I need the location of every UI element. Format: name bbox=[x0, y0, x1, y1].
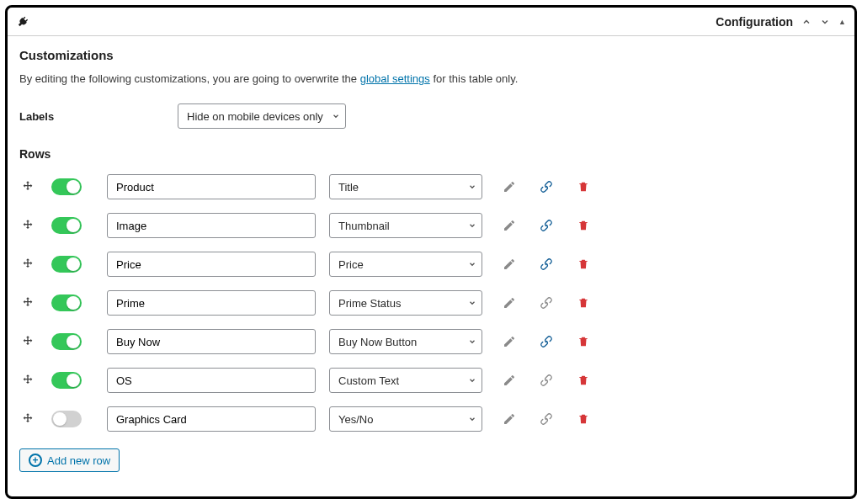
labels-select[interactable]: Hide on mobile devices only bbox=[178, 103, 346, 129]
labels-row: Labels Hide on mobile devices only bbox=[19, 103, 843, 129]
row-type-select[interactable]: Price bbox=[329, 252, 482, 277]
chevron-down-icon bbox=[468, 299, 476, 307]
plug-icon bbox=[16, 15, 29, 29]
chevron-down-icon bbox=[468, 376, 476, 385]
config-label[interactable]: Configuration bbox=[716, 15, 793, 29]
table-row: Custom Text bbox=[19, 368, 843, 393]
enable-toggle[interactable] bbox=[51, 217, 82, 234]
customizations-description: By editing the following customizations,… bbox=[19, 72, 843, 85]
row-label-input[interactable] bbox=[107, 213, 316, 238]
row-label-input[interactable] bbox=[107, 174, 316, 199]
panel-header: Configuration ▲ bbox=[8, 8, 854, 36]
move-handle-icon[interactable] bbox=[19, 374, 36, 387]
trash-icon[interactable] bbox=[573, 258, 593, 270]
enable-toggle[interactable] bbox=[51, 178, 82, 195]
edit-icon[interactable] bbox=[499, 180, 519, 194]
collapse-up-icon[interactable] bbox=[801, 17, 811, 27]
link-icon[interactable] bbox=[536, 180, 556, 194]
chevron-down-icon bbox=[468, 415, 476, 423]
trash-icon[interactable] bbox=[573, 297, 593, 309]
row-type-select[interactable]: Prime Status bbox=[329, 290, 482, 316]
table-row: Title bbox=[19, 174, 843, 199]
rows-heading: Rows bbox=[19, 147, 843, 161]
enable-toggle[interactable] bbox=[51, 256, 82, 273]
plus-circle-icon: + bbox=[29, 454, 42, 467]
trash-icon[interactable] bbox=[573, 220, 593, 231]
row-type-select[interactable]: Custom Text bbox=[329, 368, 482, 393]
move-handle-icon[interactable] bbox=[19, 257, 36, 271]
edit-icon[interactable] bbox=[499, 219, 519, 232]
link-icon[interactable] bbox=[536, 219, 556, 232]
move-handle-icon[interactable] bbox=[19, 296, 36, 310]
trash-icon[interactable] bbox=[573, 374, 593, 386]
table-row: Price bbox=[19, 252, 843, 277]
global-settings-link[interactable]: global settings bbox=[360, 72, 430, 85]
row-label-input[interactable] bbox=[107, 406, 316, 432]
enable-toggle[interactable] bbox=[51, 411, 82, 427]
row-type-select[interactable]: Yes/No bbox=[329, 406, 482, 432]
labels-field-label: Labels bbox=[19, 110, 178, 123]
row-label-input[interactable] bbox=[107, 368, 316, 393]
table-row: Thumbnail bbox=[19, 213, 843, 238]
edit-icon[interactable] bbox=[499, 257, 519, 271]
table-row: Yes/No bbox=[19, 406, 843, 432]
trash-icon[interactable] bbox=[573, 181, 593, 193]
customizations-title: Customizations bbox=[19, 48, 843, 62]
move-handle-icon[interactable] bbox=[19, 335, 36, 348]
edit-icon[interactable] bbox=[499, 412, 519, 426]
move-handle-icon[interactable] bbox=[19, 219, 36, 232]
collapse-down-icon[interactable] bbox=[820, 17, 830, 27]
chevron-down-icon bbox=[468, 221, 476, 230]
link-icon[interactable] bbox=[536, 335, 556, 348]
enable-toggle[interactable] bbox=[51, 294, 82, 311]
table-row: Prime Status bbox=[19, 290, 843, 316]
link-icon[interactable] bbox=[536, 296, 556, 310]
row-label-input[interactable] bbox=[107, 252, 316, 277]
enable-toggle[interactable] bbox=[51, 372, 82, 389]
trash-icon[interactable] bbox=[573, 413, 593, 425]
edit-icon[interactable] bbox=[499, 335, 519, 348]
chevron-down-icon bbox=[468, 183, 476, 191]
table-row: Buy Now Button bbox=[19, 329, 843, 354]
trash-icon[interactable] bbox=[573, 336, 593, 347]
row-type-select[interactable]: Title bbox=[329, 174, 482, 199]
chevron-down-icon bbox=[468, 337, 476, 346]
row-type-select[interactable]: Buy Now Button bbox=[329, 329, 482, 354]
enable-toggle[interactable] bbox=[51, 333, 82, 350]
row-label-input[interactable] bbox=[107, 290, 316, 316]
panel-toggle-icon[interactable]: ▲ bbox=[838, 18, 846, 26]
link-icon[interactable] bbox=[536, 257, 556, 271]
edit-icon[interactable] bbox=[499, 296, 519, 310]
chevron-down-icon bbox=[332, 112, 340, 120]
add-new-row-button[interactable]: + Add new row bbox=[19, 448, 120, 472]
move-handle-icon[interactable] bbox=[19, 180, 36, 194]
move-handle-icon[interactable] bbox=[19, 412, 36, 426]
edit-icon[interactable] bbox=[499, 374, 519, 387]
chevron-down-icon bbox=[468, 260, 476, 268]
link-icon[interactable] bbox=[536, 374, 556, 387]
link-icon[interactable] bbox=[536, 412, 556, 426]
row-label-input[interactable] bbox=[107, 329, 316, 354]
row-type-select[interactable]: Thumbnail bbox=[329, 213, 482, 238]
